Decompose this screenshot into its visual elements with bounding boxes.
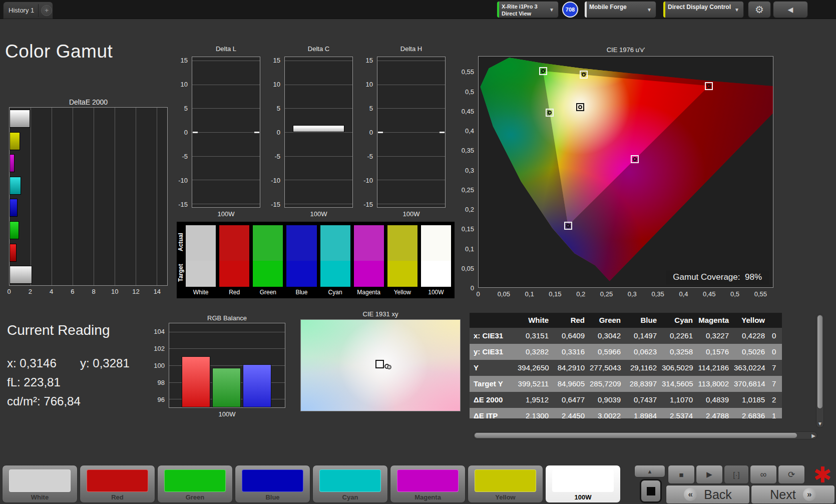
table-cell: 2,1300 xyxy=(518,408,554,418)
play-button[interactable]: ▶ xyxy=(696,465,723,484)
axis-tick-label: 14 xyxy=(154,288,161,295)
table-cell: 1,8984 xyxy=(626,408,662,418)
swatch-column-magenta xyxy=(354,225,384,287)
pattern-swatch-cyan xyxy=(319,469,381,492)
table-horizontal-scrollbar[interactable]: ▶ xyxy=(473,431,817,439)
tab-history[interactable]: History 1 + xyxy=(3,2,53,19)
pattern-button-100w[interactable]: 100W xyxy=(545,465,621,503)
gridline xyxy=(192,204,260,204)
page-title: Color Gamut xyxy=(5,41,113,62)
back-button[interactable]: « Back xyxy=(666,485,750,504)
pattern-button-magenta[interactable]: Magenta xyxy=(390,465,466,503)
delta-c-y-axis: 151050-5-10-15 xyxy=(269,57,282,208)
table-cell-clipped: 0 xyxy=(770,328,781,344)
swatch-label: Green xyxy=(253,289,283,296)
axis-tick-label: 8 xyxy=(92,288,95,295)
table-cell: 306,5029 xyxy=(662,360,698,376)
gridline xyxy=(169,348,285,349)
notification-asterisk[interactable]: ✱ xyxy=(809,460,836,488)
pattern-button-green[interactable]: Green xyxy=(157,465,233,503)
gamut-point-dot xyxy=(582,73,586,77)
axis-tick-label: 10 xyxy=(111,288,118,295)
table-cell: 0,3282 xyxy=(518,344,554,360)
pattern-size-button[interactable]: [·] xyxy=(724,465,749,484)
cie1976-x-axis: 00,050,10,150,20,250,30,350,40,450,50,55 xyxy=(478,290,773,298)
axis-tick-label: -5 xyxy=(367,152,373,160)
table-vertical-scrollbar[interactable]: ▼ xyxy=(816,314,824,428)
reading-point-marker xyxy=(387,365,391,369)
table-cell: 0,0623 xyxy=(626,344,662,360)
swatch-actual-blue xyxy=(286,225,316,261)
collapse-panel-button[interactable]: ◀ xyxy=(773,1,808,18)
swatch-label: Cyan xyxy=(320,289,350,296)
axis-tick-label: 0 xyxy=(471,284,474,292)
next-button[interactable]: Next » xyxy=(751,485,835,504)
meter-status-badge[interactable]: 708 xyxy=(562,2,578,18)
table-row-label: ΔE ITP xyxy=(470,408,518,418)
table-cell: 29,1162 xyxy=(626,360,662,376)
table-cell: 1,0185 xyxy=(734,392,770,408)
meter-selector[interactable]: X-Rite i1Pro 3Direct View ▼ xyxy=(497,1,559,18)
pattern-button-blue[interactable]: Blue xyxy=(235,465,310,503)
gridline xyxy=(377,108,445,109)
delta-l-title: Delta L xyxy=(192,45,260,53)
deltae-bar-100w xyxy=(10,266,32,284)
scrollbar-thumb[interactable] xyxy=(475,433,797,438)
delta-l-x-label: 100W xyxy=(192,210,260,218)
reading-fl: fL: 223,81 xyxy=(7,375,61,389)
axis-tick-label: 0,35 xyxy=(651,290,664,298)
pattern-button-label: Blue xyxy=(235,493,310,501)
pattern-button-cyan[interactable]: Cyan xyxy=(312,465,388,503)
reading-x: x: 0,3146 xyxy=(7,356,57,370)
pattern-button-red[interactable]: Red xyxy=(80,465,155,503)
scroll-down-icon[interactable]: ▼ xyxy=(816,421,823,426)
display-control-label: Direct Display Control xyxy=(668,4,731,11)
table-cell: 1,9512 xyxy=(518,392,554,408)
stop-button[interactable]: ■ xyxy=(668,465,695,484)
table-cell: 0,3042 xyxy=(590,328,626,344)
gridline xyxy=(285,85,352,85)
pattern-button-yellow[interactable]: Yellow xyxy=(468,465,543,503)
table-cell: 0,2261 xyxy=(662,328,698,344)
settings-button[interactable]: ⚙ xyxy=(748,1,771,18)
scroll-right-icon[interactable]: ▶ xyxy=(811,432,815,440)
source-selector[interactable]: Mobile Forge ▼ xyxy=(584,1,656,18)
axis-tick-label: 12 xyxy=(132,288,139,295)
table-cell: 314,5605 xyxy=(662,376,698,392)
axis-tick-label: 0,4 xyxy=(679,290,688,298)
swatch-target-magenta xyxy=(354,261,384,287)
asterisk-icon: ✱ xyxy=(813,462,832,487)
gridline xyxy=(377,156,445,157)
table-row-label: x: CIE31 xyxy=(470,328,518,344)
table-cell: 0,5026 xyxy=(734,344,770,360)
rgb-bar-blue xyxy=(243,364,271,407)
axis-tick-label: 5 xyxy=(277,105,280,112)
gamut-coverage-value: 98% xyxy=(745,272,762,282)
cie1976-chart: CIE 1976 u'v' Gamut Coverage: 98% 0,550,… xyxy=(461,44,785,305)
table-cell: 0,7437 xyxy=(626,392,662,408)
axis-tick-label: 0,55 xyxy=(754,290,767,298)
next-button-label: Next xyxy=(770,487,795,502)
add-tab-button[interactable]: + xyxy=(41,5,52,16)
gamut-coverage-readout: Gamut Coverage: 98% xyxy=(666,270,769,284)
axis-tick-label: 0,15 xyxy=(462,225,474,233)
chevron-down-icon: ▼ xyxy=(734,7,739,13)
pattern-window-up-button[interactable]: ▲ xyxy=(634,465,665,477)
scrollbar-thumb[interactable] xyxy=(817,315,822,408)
axis-tick-label: -15 xyxy=(363,200,373,208)
table-cell: 28,8397 xyxy=(626,376,662,392)
axis-tick-label: 0,1 xyxy=(525,290,534,298)
table-cell-clipped: 7 xyxy=(770,360,781,376)
continuous-read-button[interactable]: ∞ xyxy=(750,465,777,484)
pattern-button-white[interactable]: White xyxy=(2,465,78,503)
pattern-window-button[interactable] xyxy=(640,479,662,503)
table-cell: 277,5043 xyxy=(590,360,626,376)
table-cell: 0,3316 xyxy=(554,344,590,360)
gridline xyxy=(31,108,31,285)
display-control-selector[interactable]: Direct Display Control ▼ xyxy=(663,1,744,18)
axis-tick-label: 15 xyxy=(273,57,280,64)
refresh-button[interactable]: ⟳ xyxy=(778,465,805,484)
pattern-swatch-red xyxy=(87,469,148,492)
swatch-actual-red xyxy=(219,225,249,261)
gridline xyxy=(115,108,115,285)
